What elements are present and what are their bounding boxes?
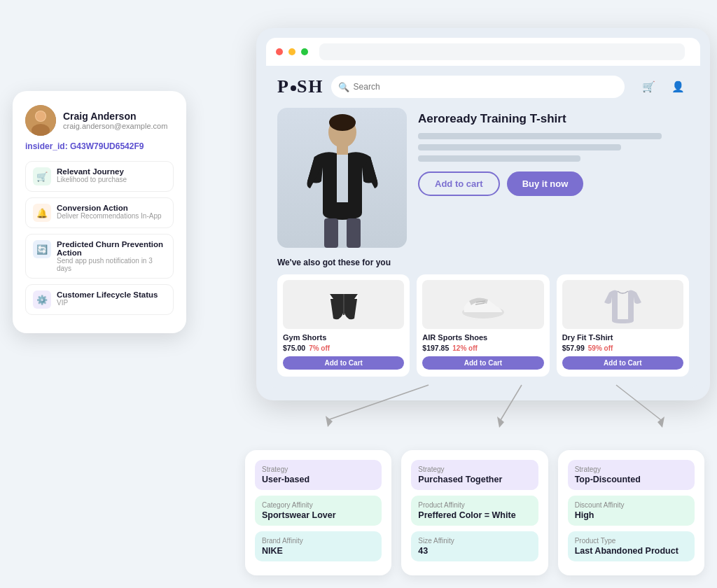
search-icon: 🔍: [338, 82, 349, 92]
rec-image-0: [283, 280, 404, 329]
lifecycle-card: ⚙️ Customer Lifecycle Status VIP: [25, 284, 174, 315]
recs-grid: Gym Shorts $75.00 7% off Add to Cart: [277, 274, 689, 377]
strat-field-1-1: Product Affinity Preffered Color = White: [411, 496, 538, 526]
rec-image-2: [562, 280, 683, 329]
also-title: We've also got these for you: [277, 258, 689, 267]
product-section: Aeroready Training T-shirt Add to cart B…: [277, 108, 689, 248]
rec-add-cart-2[interactable]: Add to Cart: [562, 356, 683, 370]
browser-dot-yellow[interactable]: [288, 48, 295, 55]
strategy-card-2: Strategy Top-Discounted Discount Affinit…: [558, 450, 704, 575]
user-profile-card: Craig Anderson craig.anderson@example.co…: [13, 91, 186, 333]
search-input[interactable]: [354, 82, 618, 92]
svg-marker-3: [497, 416, 504, 428]
rec-card-0: Gym Shorts $75.00 7% off Add to Cart: [277, 274, 410, 377]
browser-window: PSH 🔍 🛒 👤: [256, 28, 710, 400]
svg-point-11: [329, 114, 356, 131]
product-buttons: Add to cart Buy it now: [418, 172, 689, 196]
product-details: Aeroready Training T-shirt Add to cart B…: [418, 108, 689, 248]
browser-chrome: [266, 38, 700, 66]
strategy-card-1: Strategy Purchased Together Product Affi…: [401, 450, 548, 575]
strat-field-1-0: Strategy Purchased Together: [411, 460, 538, 490]
strat-field-2-1: Discount Affinity High: [568, 496, 695, 526]
rec-card-2: Dry Fit T-Shirt $57.99 59% off Add to Ca…: [557, 274, 689, 377]
rec-add-cart-0[interactable]: Add to Cart: [283, 356, 404, 370]
product-description: [418, 133, 689, 162]
conversion-card: 🔔 Conversion Action Deliver Recommendati…: [25, 197, 174, 228]
product-name: Aeroready Training T-shirt: [418, 112, 689, 126]
user-icon[interactable]: 👤: [667, 76, 689, 98]
rec-add-cart-1[interactable]: Add to Cart: [422, 356, 543, 370]
strategy-section: Strategy User-based Category Affinity Sp…: [245, 450, 704, 575]
lifecycle-icon: ⚙️: [33, 290, 51, 309]
store-header: PSH 🔍 🛒 👤: [277, 76, 689, 98]
rec-discount-1: 12% off: [452, 344, 478, 352]
browser-dot-red[interactable]: [276, 48, 283, 55]
svg-rect-12: [337, 145, 348, 155]
add-to-cart-button[interactable]: Add to cart: [418, 172, 500, 196]
strat-field-2-0: Strategy Top-Discounted: [568, 460, 695, 490]
store-logo: PSH: [277, 76, 324, 97]
rec-price-0: $75.00: [283, 344, 305, 352]
rec-discount-2: 59% off: [588, 344, 613, 352]
strat-field-0-2: Brand Affinity NIKE: [255, 531, 382, 561]
buy-now-button[interactable]: Buy it now: [507, 172, 584, 196]
strat-field-1-2: Size Affinity 43: [411, 531, 538, 561]
avatar: [25, 105, 56, 136]
rec-name-1: AIR Sports Shoes: [422, 333, 543, 342]
strategy-card-0: Strategy User-based Category Affinity Sp…: [245, 450, 391, 575]
svg-rect-14: [347, 218, 361, 248]
store-page: PSH 🔍 🛒 👤: [266, 66, 700, 388]
churn-card: 🔄 Predicted Churn Prevention Action Send…: [25, 234, 174, 279]
user-email: craig.anderson@example.com: [63, 122, 167, 130]
svg-point-9: [36, 111, 46, 121]
cart-icon[interactable]: 🛒: [637, 76, 660, 98]
browser-dot-green[interactable]: [301, 48, 308, 55]
rec-price-2: $57.99: [562, 344, 585, 352]
strat-field-2-2: Product Type Last Abandoned Product: [568, 531, 695, 561]
url-bar[interactable]: [319, 43, 685, 60]
rec-card-1: AIR Sports Shoes $197.85 12% off Add to …: [417, 274, 549, 377]
rec-image-1: [422, 280, 543, 329]
svg-rect-13: [324, 218, 338, 248]
journey-icon: 🛒: [33, 167, 51, 186]
rec-discount-0: 7% off: [309, 344, 330, 352]
svg-marker-1: [326, 416, 333, 427]
recommendations-section: We've also got these for you: [277, 258, 689, 377]
conversion-icon: 🔔: [33, 204, 51, 222]
strat-field-0-1: Category Affinity Sportswear Lover: [255, 496, 382, 526]
churn-icon: 🔄: [33, 240, 51, 258]
search-bar[interactable]: 🔍: [331, 76, 625, 98]
product-image: [277, 108, 407, 248]
rec-name-2: Dry Fit T-Shirt: [562, 333, 683, 342]
insider-id: insider_id: G43W79UD6542F9: [25, 141, 174, 151]
rec-price-1: $197.85: [422, 344, 449, 352]
journey-card: 🛒 Relevant Journey Likelihood to purchas…: [25, 161, 174, 192]
svg-marker-5: [657, 416, 664, 428]
rec-name-0: Gym Shorts: [283, 333, 404, 342]
strat-field-0-0: Strategy User-based: [255, 460, 382, 490]
user-name: Craig Anderson: [63, 111, 167, 122]
